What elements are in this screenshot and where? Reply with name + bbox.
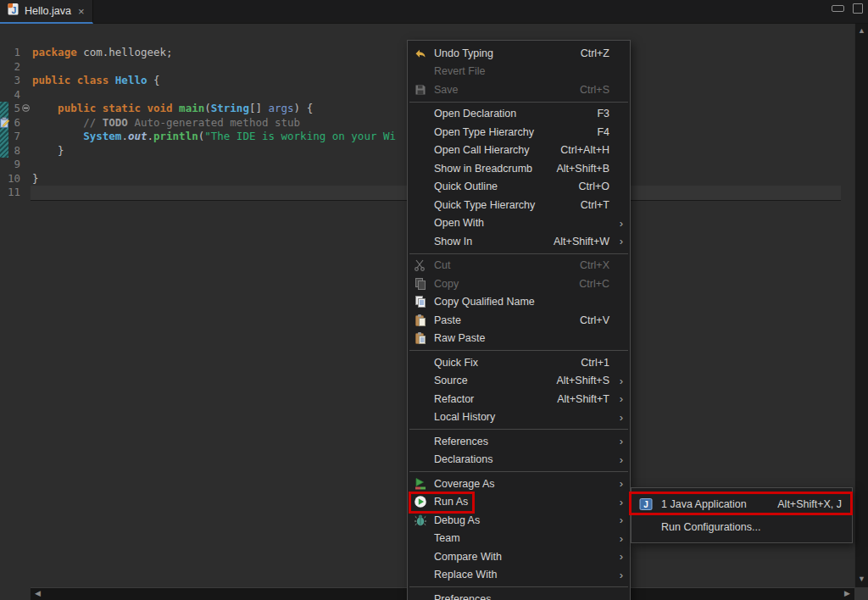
line-number[interactable]: 1 bbox=[0, 46, 20, 60]
menu-item-team[interactable]: Team› bbox=[408, 530, 630, 548]
no-icon bbox=[412, 143, 429, 157]
minimize-icon[interactable] bbox=[832, 5, 844, 12]
menu-item-undo-typing[interactable]: Undo TypingCtrl+Z bbox=[408, 44, 630, 63]
menu-item-references[interactable]: References› bbox=[408, 432, 630, 451]
submenu-item-label: 1 Java Application bbox=[661, 498, 777, 510]
line-number[interactable]: 4 bbox=[0, 88, 20, 103]
java-app-icon: J bbox=[637, 497, 654, 511]
menu-item-shortcut: Alt+Shift+S bbox=[556, 375, 609, 386]
menu-item-compare-with[interactable]: Compare With› bbox=[408, 547, 630, 566]
no-icon bbox=[412, 392, 429, 406]
line-number[interactable]: 7 bbox=[0, 130, 20, 144]
code-text: public class Hello { bbox=[32, 74, 160, 88]
menu-item-open-with[interactable]: Open With› bbox=[408, 214, 630, 233]
submenu-item-run-configurations[interactable]: Run Configurations... bbox=[632, 515, 852, 538]
menu-item-quick-type-hierarchy[interactable]: Quick Type HierarchyCtrl+T bbox=[408, 196, 630, 214]
code-token: "The IDE is working on your Wi bbox=[204, 130, 396, 142]
view-controls bbox=[832, 3, 863, 14]
menu-item-declarations[interactable]: Declarations› bbox=[408, 451, 630, 469]
menu-item-copy-qualified-name[interactable]: Copy Qualified Name bbox=[408, 293, 630, 312]
menu-item-show-in-breadcrumb[interactable]: Show in BreadcrumbAlt+Shift+B bbox=[408, 159, 630, 178]
menu-item-replace-with[interactable]: Replace With› bbox=[408, 566, 630, 585]
menu-item-shortcut: Ctrl+O bbox=[579, 181, 609, 192]
menu-item-shortcut: Ctrl+1 bbox=[581, 357, 609, 369]
tab-hello-java[interactable]: J Hello.java × bbox=[0, 0, 93, 24]
submenu-arrow-icon: › bbox=[613, 454, 623, 465]
submenu-arrow-icon: › bbox=[613, 393, 623, 404]
code-token: . bbox=[147, 130, 153, 142]
menu-item-open-call-hierarchy[interactable]: Open Call HierarchyCtrl+Alt+H bbox=[408, 142, 630, 160]
maximize-icon[interactable] bbox=[853, 3, 863, 14]
menu-item-refactor[interactable]: RefactorAlt+Shift+T› bbox=[408, 390, 630, 408]
tab-close-icon[interactable]: × bbox=[78, 5, 85, 18]
line-number[interactable]: 8 bbox=[0, 144, 20, 158]
scroll-up-icon[interactable]: ▲ bbox=[855, 26, 868, 35]
menu-separator bbox=[409, 350, 628, 351]
code-token: Auto-generated method stub bbox=[128, 116, 300, 129]
fold-margin bbox=[20, 186, 32, 200]
menu-item-label: Revert File bbox=[434, 65, 609, 77]
vertical-scrollbar[interactable]: ▲ ▼ bbox=[854, 24, 868, 600]
scroll-right-icon[interactable]: ▶ bbox=[844, 589, 850, 597]
line-number[interactable]: 2 bbox=[0, 60, 20, 75]
menu-item-debug-as[interactable]: Debug As› bbox=[408, 511, 630, 530]
menu-item-local-history[interactable]: Local History› bbox=[408, 408, 630, 427]
submenu-arrow-icon: › bbox=[613, 497, 623, 508]
menu-item-quick-outline[interactable]: Quick OutlineCtrl+O bbox=[408, 178, 630, 197]
code-token: { bbox=[147, 74, 159, 86]
code-token: String bbox=[211, 102, 249, 114]
menu-item-shortcut: Ctrl+T bbox=[581, 199, 609, 211]
save-icon bbox=[412, 83, 429, 97]
code-token: public class bbox=[32, 74, 115, 86]
code-text: } bbox=[32, 144, 64, 158]
submenu-arrow-icon: › bbox=[613, 514, 623, 525]
code-token: ) { bbox=[294, 102, 314, 114]
fold-margin bbox=[20, 46, 32, 60]
line-number[interactable]: 9 bbox=[0, 158, 20, 172]
menu-item-paste[interactable]: PasteCtrl+V bbox=[408, 311, 630, 330]
scroll-left-icon[interactable]: ◀ bbox=[35, 589, 41, 597]
java-file-icon: J bbox=[7, 3, 19, 19]
menu-item-open-declaration[interactable]: Open DeclarationF3 bbox=[408, 105, 630, 124]
menu-item-quick-fix[interactable]: Quick FixCtrl+1 bbox=[408, 353, 630, 372]
collapse-icon[interactable] bbox=[22, 104, 30, 112]
no-icon bbox=[412, 198, 429, 212]
menu-item-coverage-as[interactable]: Coverage As› bbox=[408, 475, 630, 493]
line-number[interactable]: 5 bbox=[0, 102, 20, 116]
menu-item-label: Paste bbox=[434, 314, 580, 326]
submenu-item-1-java-application[interactable]: J1 Java ApplicationAlt+Shift+X, J bbox=[632, 492, 852, 515]
menu-item-open-type-hierarchy[interactable]: Open Type HierarchyF4 bbox=[408, 123, 630, 142]
code-token: package bbox=[32, 46, 83, 58]
line-number[interactable]: 11 bbox=[0, 186, 20, 200]
menu-item-label: Save bbox=[434, 84, 580, 96]
code-token: Hello bbox=[115, 74, 147, 86]
menu-item-label: Team bbox=[434, 532, 609, 544]
menu-item-shortcut: Alt+Shift+B bbox=[556, 163, 609, 175]
line-number[interactable]: 3 bbox=[0, 74, 20, 88]
menu-item-label: Undo Typing bbox=[434, 47, 581, 59]
menu-item-run-as[interactable]: Run As› bbox=[408, 493, 630, 512]
menu-item-preferences[interactable]: Preferences... bbox=[408, 590, 630, 600]
menu-item-show-in[interactable]: Show InAlt+Shift+W› bbox=[408, 232, 630, 251]
fold-margin bbox=[20, 60, 32, 75]
menu-item-shortcut: Ctrl+C bbox=[579, 278, 609, 290]
menu-separator bbox=[409, 253, 628, 254]
menu-item-label: Copy Qualified Name bbox=[434, 296, 609, 308]
menu-item-shortcut: Ctrl+Alt+H bbox=[560, 144, 609, 156]
no-icon bbox=[412, 592, 429, 600]
no-icon bbox=[412, 162, 429, 175]
submenu-item-label: Run Configurations... bbox=[661, 521, 842, 533]
scroll-down-icon[interactable]: ▼ bbox=[855, 575, 868, 583]
line-number[interactable]: 10 bbox=[0, 172, 20, 186]
menu-item-label: Debug As bbox=[434, 514, 609, 526]
menu-item-revert-file: Revert File bbox=[408, 63, 630, 81]
menu-item-label: Open Type Hierarchy bbox=[434, 126, 597, 138]
menu-item-label: Open With bbox=[434, 217, 609, 229]
menu-item-label: Source bbox=[434, 375, 556, 386]
menu-item-source[interactable]: SourceAlt+Shift+S› bbox=[408, 372, 630, 391]
code-text: // TODO Auto-generated method stub bbox=[32, 116, 300, 131]
line-number[interactable]: 6 bbox=[0, 116, 20, 131]
code-text: package com.hellogeek; bbox=[32, 46, 173, 60]
eclipse-ide-window: J Hello.java × 1package com.hellogeek;23… bbox=[0, 0, 868, 600]
menu-item-raw-paste[interactable]: Raw Paste bbox=[408, 330, 630, 348]
